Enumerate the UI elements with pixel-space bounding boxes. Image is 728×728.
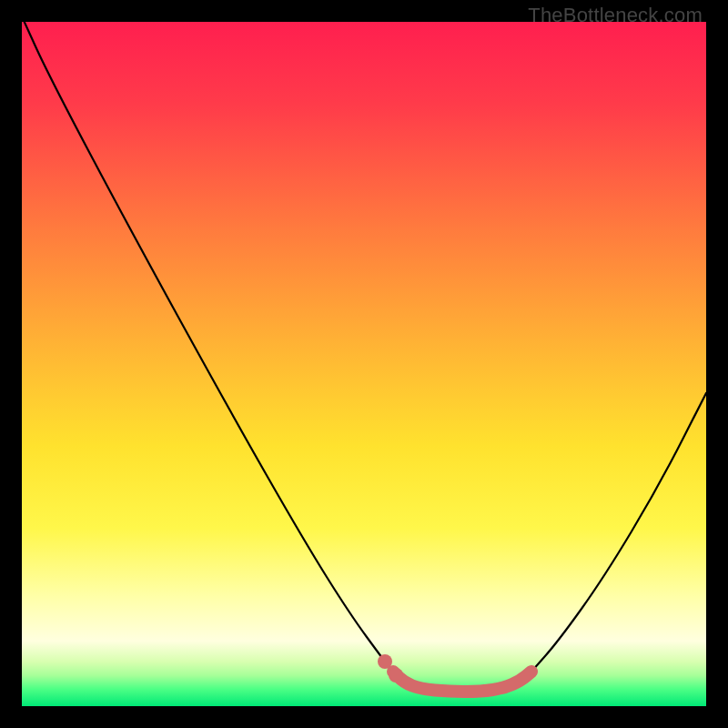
- watermark-text: TheBottleneck.com: [528, 4, 703, 27]
- optimal-dot-lower: [389, 668, 403, 682]
- plot-area: [22, 22, 706, 706]
- optimal-dot-upper: [378, 654, 392, 669]
- right-curve: [531, 393, 706, 672]
- chart-frame: TheBottleneck.com: [0, 0, 728, 728]
- left-curve: [22, 22, 393, 672]
- chart-curves: [22, 22, 706, 706]
- optimal-band: [393, 672, 531, 692]
